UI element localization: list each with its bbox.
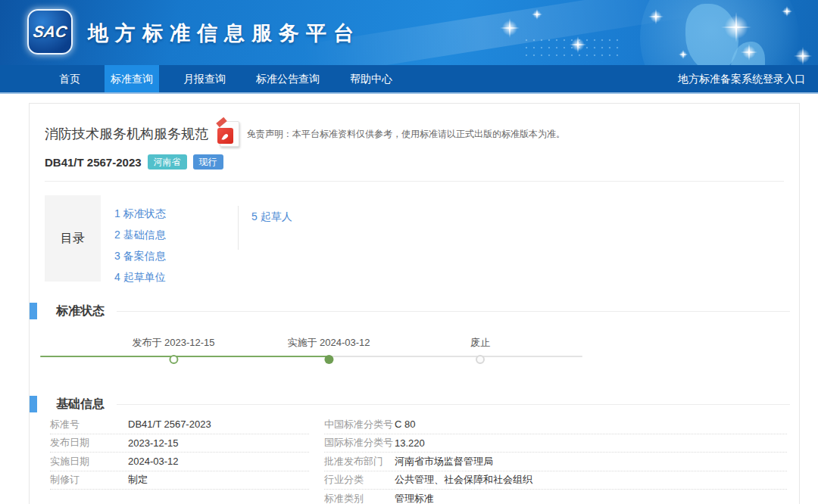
timeline-label: 实施于 2024-03-12 bbox=[287, 336, 370, 350]
field-label: 实施日期 bbox=[50, 455, 128, 468]
field-value: C 80 bbox=[395, 418, 415, 430]
status-timeline: 发布于 2023-12-15 实施于 2024-03-12 废止 bbox=[40, 330, 582, 374]
site-title: 地方标准信息服务平台 bbox=[88, 20, 361, 47]
toc-link[interactable]: 4 起草单位 bbox=[114, 266, 238, 288]
toc-link[interactable]: 2 基础信息 bbox=[114, 224, 238, 245]
timeline-dot-icon bbox=[169, 355, 178, 364]
section-heading: 标准状态 bbox=[56, 303, 105, 319]
sparkle-icon bbox=[782, 6, 792, 17]
section-marker-bar bbox=[30, 396, 37, 412]
table-row: 中国标准分类号 C 80 bbox=[324, 415, 787, 434]
sac-logo-text: SAC bbox=[32, 23, 68, 41]
section-basic-info: 基础信息 bbox=[30, 396, 799, 412]
table-row: 发布日期 2023-12-15 bbox=[50, 434, 309, 453]
table-row: 标准类别 管理标准 bbox=[324, 490, 787, 504]
toc-link[interactable]: 3 备案信息 bbox=[114, 245, 238, 266]
table-row: 批准发布部门 河南省市场监督管理局 bbox=[324, 453, 787, 471]
basic-info-table: 标准号 DB41/T 2567-2023 发布日期 2023-12-15 实施日… bbox=[50, 415, 787, 504]
nav-underline bbox=[0, 92, 818, 94]
info-column-left: 标准号 DB41/T 2567-2023 发布日期 2023-12-15 实施日… bbox=[50, 415, 309, 504]
field-value: 公共管理、社会保障和社会组织 bbox=[395, 473, 532, 487]
timeline-dot-icon bbox=[324, 355, 333, 364]
status-badge: 河南省 bbox=[148, 154, 187, 170]
sparkle-icon bbox=[741, 44, 757, 61]
field-value: 2024-03-12 bbox=[128, 456, 179, 467]
info-column-right: 中国标准分类号 C 80 国际标准分类号 13.220 批准发布部门 河南省市场… bbox=[324, 415, 787, 504]
standard-title: 消防技术服务机构服务规范 bbox=[45, 125, 208, 143]
field-label: 批准发布部门 bbox=[324, 455, 395, 468]
section-standard-status: 标准状态 bbox=[30, 303, 799, 319]
nav-tab[interactable]: 帮助中心 bbox=[344, 65, 398, 92]
sac-logo[interactable]: SAC bbox=[27, 9, 73, 54]
field-value: 制定 bbox=[128, 473, 148, 487]
field-value: 13.220 bbox=[395, 437, 425, 449]
pdf-file-icon[interactable] bbox=[220, 121, 239, 147]
toc-link[interactable]: 1 标准状态 bbox=[114, 203, 238, 224]
nav-tab[interactable]: 标准公告查询 bbox=[250, 65, 326, 92]
sparkle-icon bbox=[721, 12, 751, 42]
nav-tab[interactable]: 月报查询 bbox=[177, 65, 232, 92]
sparkle-icon bbox=[648, 9, 663, 24]
field-label: 中国标准分类号 bbox=[324, 418, 395, 431]
field-label: 制修订 bbox=[50, 473, 128, 487]
field-label: 发布日期 bbox=[50, 436, 128, 450]
field-value: 河南省市场监督管理局 bbox=[395, 455, 493, 468]
toc-label: 目录 bbox=[45, 195, 101, 282]
nav-tab[interactable]: 标准查询 bbox=[105, 65, 159, 92]
toc-column-1: 1 标准状态 2 基础信息 3 备案信息 4 起草单位 bbox=[114, 195, 238, 288]
field-label: 标准类别 bbox=[324, 492, 395, 504]
divider bbox=[45, 181, 784, 182]
timeline-label: 发布于 2023-12-15 bbox=[132, 336, 214, 350]
table-row: 实施日期 2024-03-12 bbox=[50, 453, 309, 471]
sparkle-icon bbox=[500, 18, 520, 38]
field-label: 国际标准分类号 bbox=[324, 436, 395, 450]
title-block: 消防技术服务机构服务规范 免责声明：本平台标准资料仅供参考，使用标准请以正式出版… bbox=[30, 104, 799, 182]
timeline-milestone: 废止 bbox=[470, 336, 490, 364]
table-of-contents: 目录 1 标准状态 2 基础信息 3 备案信息 4 起草单位 5 起草人 bbox=[45, 195, 784, 288]
section-marker-bar bbox=[30, 303, 37, 319]
table-row: 制修订 制定 bbox=[50, 471, 309, 490]
field-value: 2023-12-15 bbox=[128, 437, 179, 449]
section-rule bbox=[117, 311, 790, 312]
field-label: 标准号 bbox=[50, 418, 128, 431]
toc-link[interactable]: 5 起草人 bbox=[251, 206, 292, 227]
main-nav: 首页 标准查询 月报查询 标准公告查询 帮助中心 地方标准备案系统登录入口 bbox=[0, 65, 818, 92]
backup-system-login-link[interactable]: 地方标准备案系统登录入口 bbox=[678, 65, 805, 92]
section-rule bbox=[117, 404, 790, 405]
section-heading: 基础信息 bbox=[56, 397, 105, 412]
timeline-milestone: 实施于 2024-03-12 bbox=[287, 336, 370, 364]
standard-detail-card: 消防技术服务机构服务规范 免责声明：本平台标准资料仅供参考，使用标准请以正式出版… bbox=[29, 103, 800, 504]
table-row: 标准号 DB41/T 2567-2023 bbox=[50, 415, 309, 434]
sparkle-icon bbox=[679, 50, 688, 59]
table-row: 行业分类 公共管理、社会保障和社会组织 bbox=[324, 471, 787, 490]
timeline-dot-icon bbox=[476, 355, 485, 364]
nav-tab[interactable]: 首页 bbox=[53, 65, 86, 92]
globe-graphic-icon bbox=[640, 0, 799, 65]
table-row bbox=[50, 490, 309, 504]
sparkle-icon bbox=[794, 47, 812, 65]
timeline-label: 废止 bbox=[470, 336, 490, 350]
field-value: 管理标准 bbox=[395, 492, 434, 504]
standard-code: DB41/T 2567-2023 bbox=[45, 156, 142, 169]
disclaimer-text: 免责声明：本平台标准资料仅供参考，使用标准请以正式出版的标准版本为准。 bbox=[247, 128, 565, 141]
table-row: 国际标准分类号 13.220 bbox=[324, 434, 787, 453]
field-label: 行业分类 bbox=[324, 473, 395, 487]
sparkle-icon bbox=[532, 9, 542, 20]
toc-column-2: 5 起草人 bbox=[238, 206, 292, 250]
site-header: SAC 地方标准信息服务平台 bbox=[0, 0, 818, 65]
field-value: DB41/T 2567-2023 bbox=[128, 418, 211, 430]
status-badge: 现行 bbox=[193, 154, 223, 170]
timeline-milestone: 发布于 2023-12-15 bbox=[132, 336, 214, 364]
sparkle-icon bbox=[570, 36, 586, 53]
